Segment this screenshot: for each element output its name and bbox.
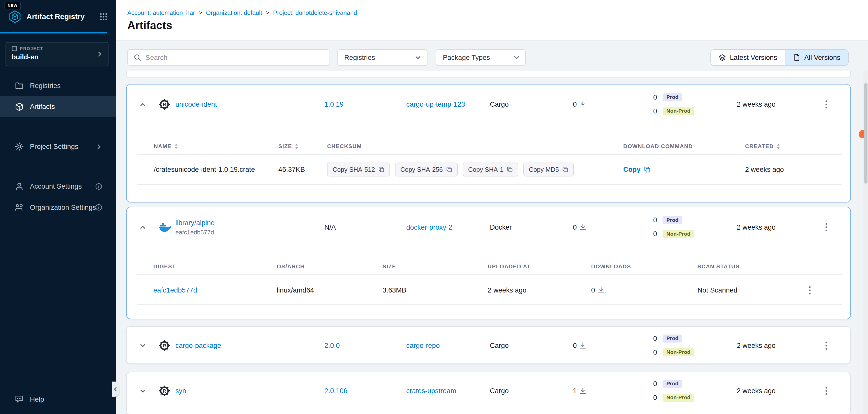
vertical-scrollbar-thumb[interactable]: [864, 83, 868, 184]
breadcrumb-account-link[interactable]: Account: automation_har: [127, 9, 195, 16]
sidebar-collapse-handle[interactable]: [112, 382, 119, 396]
col-header-download-command: DOWNLOAD COMMAND: [623, 143, 693, 150]
copy-icon: [644, 166, 651, 173]
breadcrumb-separator: >: [199, 9, 202, 16]
downloads-count: 0: [573, 342, 586, 350]
divider: [137, 184, 842, 184]
expand-toggle-button[interactable]: [136, 384, 150, 398]
artifact-repository-link[interactable]: cargo-repo: [406, 342, 440, 350]
layers-icon: [719, 54, 726, 61]
download-icon: [580, 101, 586, 108]
download-icon: [580, 342, 586, 349]
page-title: Artifacts: [127, 19, 868, 32]
sidebar-item-account-settings[interactable]: Account Settings: [0, 176, 116, 197]
file-row: /cratesunicode-ident-1.0.19.crate 46.37K…: [127, 155, 850, 184]
main-content: Account: automation_har > Organization: …: [116, 0, 868, 414]
copy-download-command-button[interactable]: Copy: [623, 166, 651, 174]
image-size: 3.63MB: [382, 286, 406, 294]
artifact-name-link[interactable]: library/alpine: [176, 219, 215, 227]
toolbar: Registries Package Types Latest Versions…: [127, 49, 848, 66]
col-header-os-arch: OS/ARCH: [277, 263, 305, 270]
row-menu-button[interactable]: [820, 98, 833, 111]
sidebar-item-registries[interactable]: Registries: [0, 75, 116, 96]
divider: [137, 274, 842, 275]
project-selector[interactable]: PROJECT build-en: [5, 42, 108, 66]
col-header-created[interactable]: CREATED: [745, 143, 780, 150]
sidebar-item-label: Registries: [30, 82, 61, 90]
artifact-version: N/A: [324, 223, 336, 231]
nonprod-deployments: 0 Non-Prod: [642, 348, 694, 357]
artifact-version-link[interactable]: 2.0.0: [324, 342, 340, 350]
sidebar-item-help[interactable]: Help: [0, 389, 116, 410]
all-versions-button[interactable]: All Versions: [785, 50, 848, 65]
copy-sha512-button[interactable]: Copy SHA-512: [327, 163, 390, 176]
package-type: Cargo: [490, 100, 509, 108]
nonprod-deployments: 0 Non-Prod: [642, 393, 694, 402]
search-input[interactable]: [146, 54, 324, 62]
expand-toggle-button[interactable]: [136, 339, 150, 352]
col-header-name[interactable]: NAME: [154, 143, 178, 150]
artifact-card-syn: syn 2.0.106 crates-upstream Cargo 1 0 Pr…: [126, 372, 850, 414]
collapse-toggle-button[interactable]: [136, 220, 150, 234]
info-icon[interactable]: [95, 204, 102, 211]
registries-icon: [15, 81, 24, 90]
package-type: Docker: [490, 223, 512, 231]
latest-versions-button[interactable]: Latest Versions: [711, 50, 785, 65]
prod-deployments: 0 Prod: [642, 215, 682, 225]
artifact-registry-app: NEW Artifact Registry PROJECT build-en R…: [0, 0, 868, 414]
info-icon[interactable]: [95, 183, 102, 190]
artifact-repository-link[interactable]: docker-proxy-2: [406, 223, 453, 231]
project-name: build-en: [11, 53, 102, 61]
copy-sha1-button[interactable]: Copy SHA-1: [463, 163, 518, 176]
sidebar-header: Artifact Registry: [8, 10, 107, 23]
artifact-digest: eafc1edb577d: [176, 229, 215, 236]
copy-icon: [507, 167, 513, 173]
row-menu-button[interactable]: [820, 220, 833, 234]
updated-time: 2 weeks ago: [737, 387, 776, 395]
module-grid-icon[interactable]: [100, 13, 107, 21]
artifact-version-link[interactable]: 2.0.106: [324, 387, 347, 395]
versions-toggle-group: Latest Versions All Versions: [710, 49, 848, 66]
artifact-name-link[interactable]: unicode-ident: [176, 100, 217, 108]
nonprod-badge: Non-Prod: [662, 107, 694, 115]
artifact-repository-link[interactable]: cargo-up-temp-123: [406, 100, 465, 108]
file-name: /cratesunicode-ident-1.0.19.crate: [154, 166, 255, 174]
checksum-buttons: Copy SHA-512 Copy SHA-256 Copy SHA-1 Cop…: [327, 163, 574, 176]
row-menu-button[interactable]: [820, 384, 833, 398]
package-types-filter-dropdown[interactable]: Package Types: [436, 49, 526, 66]
cargo-package-icon: [159, 99, 170, 110]
sidebar-item-label: Artifacts: [30, 103, 55, 111]
breadcrumb-project-link[interactable]: Project: donotdelete-shivanand: [273, 9, 357, 16]
sidebar-item-artifacts[interactable]: Artifacts: [0, 96, 116, 117]
col-header-downloads: DOWNLOADS: [591, 263, 631, 270]
col-header-size[interactable]: SIZE: [278, 143, 299, 150]
row-menu-button[interactable]: [820, 339, 833, 352]
nonprod-badge: Non-Prod: [662, 230, 694, 238]
chevron-down-icon: [414, 54, 421, 61]
partial-row-above: [126, 71, 850, 78]
sidebar: NEW Artifact Registry PROJECT build-en R…: [0, 0, 116, 414]
prod-badge: Prod: [662, 380, 682, 388]
copy-md5-button[interactable]: Copy MD5: [523, 163, 574, 176]
breadcrumb: Account: automation_har > Organization: …: [127, 9, 868, 16]
row-menu-button[interactable]: [803, 284, 817, 297]
artifact-name-link[interactable]: cargo-package: [176, 342, 221, 350]
account-icon: [15, 182, 24, 191]
project-icon: [11, 46, 17, 51]
prod-deployments: 0 Prod: [642, 334, 682, 343]
copy-sha256-button[interactable]: Copy SHA-256: [395, 163, 458, 176]
registries-filter-dropdown[interactable]: Registries: [337, 49, 427, 66]
digest-link[interactable]: eafc1edb577d: [153, 286, 197, 294]
prod-deployments: 0 Prod: [642, 93, 682, 102]
breadcrumb-organization-link[interactable]: Organization: default: [206, 9, 262, 16]
collapse-toggle-button[interactable]: [136, 98, 150, 111]
nonprod-deployments: 0 Non-Prod: [642, 107, 694, 115]
sidebar-item-project-settings[interactable]: Project Settings: [0, 136, 116, 157]
sidebar-item-organization-settings[interactable]: Organization Settings: [0, 197, 116, 218]
artifact-version-link[interactable]: 1.0.19: [324, 100, 343, 108]
copy-icon: [446, 167, 452, 173]
project-label: PROJECT: [20, 46, 43, 51]
artifact-name-link[interactable]: syn: [176, 387, 186, 395]
artifact-repository-link[interactable]: crates-upstream: [406, 387, 456, 395]
cargo-package-icon: [159, 386, 170, 396]
